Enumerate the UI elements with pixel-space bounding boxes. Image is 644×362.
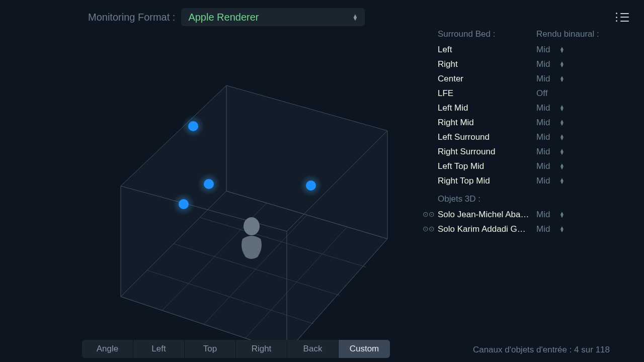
updown-icon[interactable]: ▲▼ [559,47,565,53]
view-tab-top[interactable]: Top [185,340,236,358]
object-3d-viewport[interactable] [70,40,392,342]
monitoring-format-select[interactable]: Apple Renderer ▲▼ [181,8,365,26]
object-orb[interactable] [188,121,198,131]
updown-icon[interactable]: ▲▼ [559,163,565,169]
bed-channel-label: Left Top Mid [438,161,536,171]
binaural-panel: Surround Bed : Rendu binaural : LeftMid▲… [438,29,629,236]
bed-channel-label: Right Top Mid [438,176,536,186]
updown-icon[interactable]: ▲▼ [559,149,565,155]
stereo-link-icon[interactable]: ⊙⊙ [423,225,435,233]
objects-3d-header: Objets 3D : [438,194,629,204]
bed-channel-value[interactable]: Mid [536,59,559,69]
list-icon[interactable] [616,12,629,23]
updown-icon[interactable]: ▲▼ [559,61,565,67]
object-orb[interactable] [179,199,189,209]
updown-icon[interactable]: ▲▼ [559,120,565,126]
bed-channel-value[interactable]: Mid [536,118,559,128]
bed-channel-label: Left [438,45,536,55]
bed-row: LFEOff [438,86,629,101]
bed-channel-label: Center [438,74,536,84]
view-tabs: AngleLeftTopRightBackCustom [82,340,390,358]
binaural-render-header: Rendu binaural : [536,29,629,39]
bed-channel-value[interactable]: Mid [536,161,559,171]
object-value[interactable]: Mid [536,224,559,234]
bed-channel-label: Right Surround [438,147,536,157]
bed-channel-value[interactable]: Mid [536,45,559,55]
bed-channel-label: Right [438,59,536,69]
input-channels-status: Canaux d'objets d'entrée : 4 sur 118 [473,345,610,355]
bed-channel-label: Right Mid [438,118,536,128]
bed-channel-value[interactable]: Off [536,88,559,99]
bed-channel-value[interactable]: Mid [536,147,559,157]
updown-icon[interactable]: ▲▼ [559,178,565,184]
updown-icon: ▲▼ [353,14,358,20]
svg-point-25 [244,217,260,235]
bed-row: LeftMid▲▼ [438,42,629,57]
updown-icon[interactable]: ▲▼ [559,212,565,218]
bed-row: Left SurroundMid▲▼ [438,130,629,144]
view-tab-back[interactable]: Back [287,340,339,358]
bed-row: Left MidMid▲▼ [438,101,629,115]
bed-channel-label: Left Mid [438,103,536,113]
bed-row: Right Top MidMid▲▼ [438,173,629,188]
monitoring-format-value: Apple Renderer [188,12,259,23]
bed-row: Right MidMid▲▼ [438,115,629,130]
updown-icon[interactable]: ▲▼ [559,226,565,232]
updown-icon[interactable]: ▲▼ [559,105,565,111]
object-label: Solo Karim Addadi G… [438,224,536,234]
bed-channel-value[interactable]: Mid [536,74,559,84]
bed-channel-label: LFE [438,88,536,99]
view-tab-left[interactable]: Left [133,340,185,358]
bed-row: RightMid▲▼ [438,57,629,71]
object-orb[interactable] [306,180,316,191]
surround-bed-header: Surround Bed : [438,29,536,39]
object-row: ⊙⊙Solo Jean-Michel Aba…Mid▲▼ [438,207,629,222]
bed-channel-value[interactable]: Mid [536,103,559,113]
view-tab-angle[interactable]: Angle [82,340,133,358]
listener-head-icon [242,217,262,259]
bed-channel-label: Left Surround [438,132,536,142]
view-tab-right[interactable]: Right [236,340,287,358]
updown-icon[interactable]: ▲▼ [559,76,565,82]
monitoring-format-label: Monitoring Format : [88,12,175,23]
bed-row: Right SurroundMid▲▼ [438,144,629,159]
bed-row: Left Top MidMid▲▼ [438,159,629,173]
bed-channel-value[interactable]: Mid [536,176,559,186]
bed-channel-value[interactable]: Mid [536,132,559,142]
object-value[interactable]: Mid [536,210,559,220]
view-tab-custom[interactable]: Custom [339,340,390,358]
updown-icon[interactable]: ▲▼ [559,134,565,140]
stereo-link-icon[interactable]: ⊙⊙ [423,210,435,218]
object-row: ⊙⊙Solo Karim Addadi G…Mid▲▼ [438,222,629,236]
object-label: Solo Jean-Michel Aba… [438,210,536,220]
object-orb[interactable] [204,179,214,189]
bed-row: CenterMid▲▼ [438,71,629,86]
